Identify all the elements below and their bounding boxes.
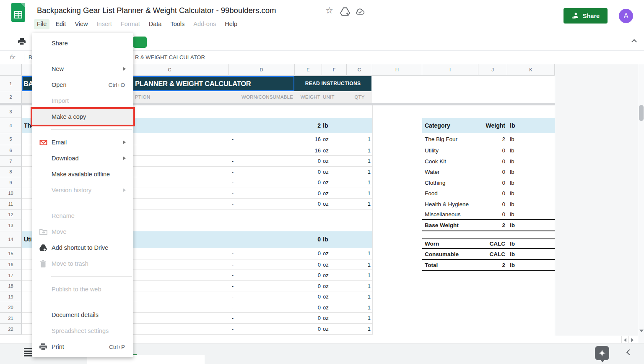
cell-qty[interactable]: 1 (345, 324, 371, 334)
google-sheets-logo-icon[interactable] (11, 3, 25, 22)
cell-weight[interactable]: 0 (270, 313, 321, 323)
cell-weight[interactable]: 0 (270, 199, 321, 209)
menu-insert[interactable]: Insert (94, 19, 115, 29)
cell-weight[interactable]: 0 (270, 259, 321, 270)
cell-qty[interactable]: 1 (345, 145, 371, 155)
cell-weight[interactable]: 0 (270, 324, 321, 334)
cell-worn-consumable[interactable]: - (229, 199, 236, 209)
cell-qty[interactable]: 1 (345, 167, 371, 177)
cell-qty[interactable]: 1 (345, 313, 371, 323)
star-icon[interactable]: ☆ (325, 5, 333, 16)
column-header[interactable]: F (322, 64, 347, 76)
document-title[interactable]: Backpacking Gear List Planner & Weight C… (37, 6, 276, 15)
avatar[interactable]: A (619, 9, 633, 23)
cell-weight[interactable]: 0 (270, 188, 321, 198)
row-header[interactable]: 7 (0, 156, 22, 167)
menu-item-make-available-offline[interactable]: Make available offline (32, 166, 133, 182)
row-header[interactable]: 9 (0, 177, 22, 188)
cell-qty[interactable]: 1 (345, 199, 371, 209)
cell-worn-consumable[interactable]: - (229, 259, 236, 270)
row-header[interactable]: 4 (0, 118, 22, 133)
category-row[interactable]: The Big Four 2 lb (422, 133, 555, 145)
cell-qty[interactable]: 1 (345, 259, 371, 270)
total-row[interactable]: Worn CALC lb (422, 238, 555, 249)
row-header[interactable]: 21 (0, 313, 22, 324)
cell-worn-consumable[interactable]: - (229, 167, 236, 177)
menu-file[interactable]: File (34, 19, 49, 29)
cell-qty[interactable]: 1 (345, 156, 371, 166)
cell-unit[interactable]: oz (323, 291, 329, 302)
cell-qty[interactable]: 1 (345, 248, 371, 259)
row-header[interactable]: 10 (0, 188, 22, 199)
cell-weight[interactable]: 0 (270, 156, 321, 166)
menu-help[interactable]: Help (222, 19, 240, 29)
scroll-left-button[interactable] (621, 336, 628, 343)
green-toolbar-button[interactable] (133, 37, 147, 48)
cell-worn-consumable[interactable]: - (229, 324, 236, 334)
scroll-right-button[interactable] (628, 336, 636, 343)
cell-unit[interactable]: oz (323, 156, 329, 166)
vertical-scrollbar[interactable] (638, 64, 644, 343)
row-header[interactable]: 2 (0, 91, 22, 103)
cell-worn-consumable[interactable]: - (229, 291, 236, 302)
cell-weight[interactable]: 0 (270, 167, 321, 177)
cell-qty[interactable]: 1 (345, 133, 371, 145)
menu-item-print[interactable]: PrintCtrl+P (32, 339, 133, 355)
menu-item-document-details[interactable]: Document details (32, 307, 133, 323)
category-row[interactable]: Utility 0 lb (422, 145, 555, 156)
menu-data[interactable]: Data (146, 19, 165, 29)
category-row[interactable]: Clothing 0 lb (422, 177, 555, 188)
cell-worn-consumable[interactable]: - (229, 188, 236, 198)
cell-qty[interactable]: 1 (345, 177, 371, 188)
cell-worn-consumable[interactable]: - (229, 313, 236, 323)
row-header[interactable]: 19 (0, 291, 22, 302)
add-to-drive-icon[interactable] (340, 7, 350, 16)
cell-unit[interactable]: oz (323, 167, 329, 177)
category-row[interactable]: Cook Kit 0 lb (422, 156, 555, 167)
cell-unit[interactable]: oz (323, 259, 329, 270)
row-header[interactable]: 18 (0, 281, 22, 291)
cell-unit[interactable]: oz (323, 302, 329, 312)
cell-unit[interactable]: oz (323, 188, 329, 198)
row-header[interactable]: 17 (0, 270, 22, 281)
collapse-panel-chevron-icon[interactable] (627, 350, 632, 355)
row-header[interactable]: 11 (0, 199, 22, 209)
cell-unit[interactable]: oz (323, 270, 329, 280)
total-row[interactable]: Consumable CALC lb (422, 249, 555, 260)
row-header[interactable]: 13 (0, 220, 22, 231)
cell-unit[interactable]: oz (323, 199, 329, 209)
base-weight-row[interactable]: Base Weight 2 lb (422, 220, 555, 231)
cell-weight[interactable]: 0 (270, 270, 321, 280)
cell-worn-consumable[interactable]: - (229, 281, 236, 291)
column-header[interactable]: E (295, 64, 322, 76)
menu-item-email[interactable]: Email (32, 134, 133, 150)
cell-qty[interactable]: 1 (345, 302, 371, 312)
menu-item-new[interactable]: New (32, 61, 133, 77)
cell-worn-consumable[interactable]: - (229, 302, 236, 312)
print-toolbar-icon[interactable] (18, 38, 26, 45)
cell-weight[interactable]: 16 (270, 145, 321, 155)
menu-format[interactable]: Format (118, 19, 143, 29)
cell-worn-consumable[interactable]: - (229, 248, 236, 259)
cell-worn-consumable[interactable]: - (229, 177, 236, 188)
menu-item-download[interactable]: Download (32, 150, 133, 166)
category-row[interactable]: Water 0 lb (422, 167, 555, 177)
cell-worn-consumable[interactable]: - (229, 133, 236, 145)
row-header[interactable]: 22 (0, 324, 22, 335)
explore-button[interactable] (595, 346, 609, 360)
cell-unit[interactable]: oz (323, 177, 329, 188)
cell-unit[interactable]: oz (323, 313, 329, 323)
grid-corner-cell[interactable] (0, 64, 22, 76)
row-header[interactable]: 14 (0, 231, 22, 248)
cell-unit[interactable]: oz (323, 133, 329, 145)
row-header[interactable]: 16 (0, 259, 22, 270)
cell-worn-consumable[interactable]: - (229, 270, 236, 280)
row-header[interactable]: 1 (0, 76, 22, 91)
row-header[interactable]: 6 (0, 145, 22, 156)
row-header[interactable]: 5 (0, 133, 22, 145)
cell-unit[interactable]: oz (323, 324, 329, 334)
vertical-scrollbar-thumb[interactable] (639, 105, 644, 121)
column-header[interactable]: K (507, 64, 555, 76)
hide-toolbar-icon[interactable] (632, 40, 637, 45)
row-header[interactable]: 3 (0, 105, 22, 118)
